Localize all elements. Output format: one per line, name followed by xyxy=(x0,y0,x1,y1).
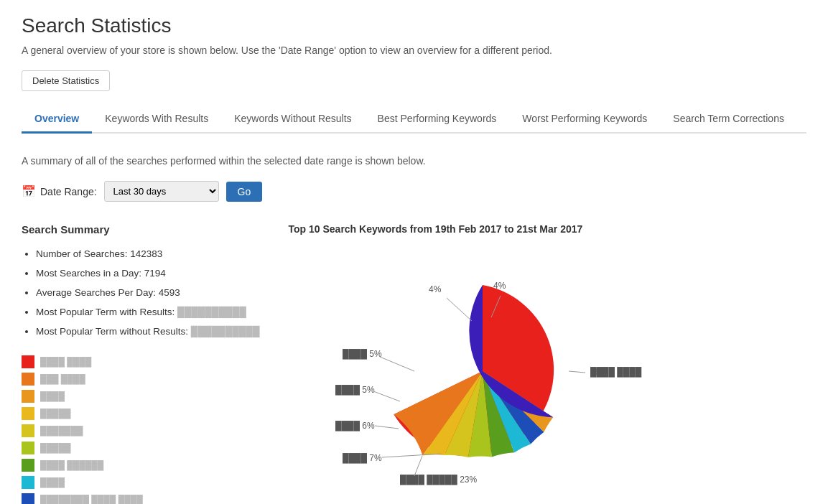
legend-item: ████ xyxy=(22,390,260,403)
legend-color-2 xyxy=(22,373,34,386)
legend-label-5: ███████ xyxy=(40,426,83,436)
legend-color-3 xyxy=(22,390,34,403)
legend-label-3: ████ xyxy=(40,391,65,401)
legend-color-5 xyxy=(22,424,34,437)
legend-item: ███ ████ xyxy=(22,373,260,386)
tab-worst-performing[interactable]: Worst Performing Keywords xyxy=(509,106,660,134)
legend-color-9 xyxy=(22,493,34,504)
go-button[interactable]: Go xyxy=(226,182,263,202)
date-range-select[interactable]: Last 30 days Last 7 days Last 90 days Th… xyxy=(104,181,219,202)
legend-item: ████████ ████ ████ xyxy=(22,493,260,504)
tab-bar: Overview Keywords With Results Keywords … xyxy=(22,106,806,134)
legend-item: █████ xyxy=(22,407,260,420)
svg-text:39%: 39% xyxy=(590,367,608,377)
legend-label-6: █████ xyxy=(40,443,71,453)
legend-label-2: ███ ████ xyxy=(40,374,85,384)
svg-text:████ 5%: ████ 5% xyxy=(335,385,375,396)
chart-wrapper: ████ ████ 39% ████ █████ 23% ████ 7% ███… xyxy=(289,249,648,495)
list-item: Most Searches in a Day: 7194 xyxy=(36,263,260,283)
svg-line-9 xyxy=(373,391,400,401)
legend-color-1 xyxy=(22,355,34,368)
svg-line-5 xyxy=(382,454,442,457)
svg-line-1 xyxy=(569,371,585,373)
content-area: Search Summary Number of Searches: 14238… xyxy=(22,223,806,504)
summary-text: A summary of all of the searches perform… xyxy=(22,155,806,167)
chart-title: Top 10 Search Keywords from 19th Feb 201… xyxy=(289,223,807,235)
tab-keywords-without-results[interactable]: Keywords Without Results xyxy=(221,106,364,134)
svg-text:████ 5%: ████ 5% xyxy=(343,349,382,360)
svg-line-13 xyxy=(447,298,472,321)
svg-line-11 xyxy=(380,357,414,371)
svg-text:4%: 4% xyxy=(429,284,442,294)
legend-label-9: ████████ ████ ████ xyxy=(40,495,143,504)
tab-best-performing[interactable]: Best Performing Keywords xyxy=(365,106,510,134)
svg-text:████ 7%: ████ 7% xyxy=(343,453,382,464)
svg-line-7 xyxy=(375,426,399,429)
search-summary-list: Number of Searches: 142383 Most Searches… xyxy=(22,244,260,341)
svg-text:████ 6%: ████ 6% xyxy=(335,421,375,431)
tab-keywords-with-results[interactable]: Keywords With Results xyxy=(92,106,221,134)
svg-text:4%: 4% xyxy=(493,281,506,291)
page-title: Search Statistics xyxy=(22,14,806,37)
delete-statistics-button[interactable]: Delete Statistics xyxy=(22,70,110,91)
legend-label-8: ████ xyxy=(40,477,65,487)
calendar-icon: 📅 xyxy=(22,185,36,198)
legend-item: ████ ██████ xyxy=(22,459,260,472)
svg-text:████ █████ 23%: ████ █████ 23% xyxy=(400,475,478,485)
list-item: Most Popular Term with Results: ████████… xyxy=(36,302,260,322)
legend-color-8 xyxy=(22,476,34,489)
legend-label-1: ████ ████ xyxy=(40,357,91,367)
left-panel: Search Summary Number of Searches: 14238… xyxy=(22,223,260,504)
pie-chart: ████ ████ 39% ████ █████ 23% ████ 7% ███… xyxy=(289,249,648,493)
list-item: Most Popular Term without Results: █████… xyxy=(36,322,260,341)
date-range-row: 📅 Date Range: Last 30 days Last 7 days L… xyxy=(22,181,806,202)
legend-color-6 xyxy=(22,442,34,454)
right-panel: Top 10 Search Keywords from 19th Feb 201… xyxy=(289,223,807,504)
tab-search-term-corrections[interactable]: Search Term Corrections xyxy=(660,106,797,134)
tab-overview[interactable]: Overview xyxy=(22,106,92,134)
legend-label-7: ████ ██████ xyxy=(40,460,103,470)
legend-item: ███████ xyxy=(22,424,260,437)
search-summary-title: Search Summary xyxy=(22,223,260,235)
page-subtitle: A general overview of your store is show… xyxy=(22,45,806,56)
legend-color-4 xyxy=(22,407,34,420)
legend-area: ████ ████ ███ ████ ████ █████ ███████ ██… xyxy=(22,355,260,504)
legend-item: █████ xyxy=(22,442,260,454)
list-item: Number of Searches: 142383 xyxy=(36,244,260,263)
list-item: Average Searches Per Day: 4593 xyxy=(36,283,260,302)
svg-line-3 xyxy=(414,456,422,476)
legend-color-7 xyxy=(22,459,34,472)
legend-item: ████ ████ xyxy=(22,355,260,368)
legend-label-4: █████ xyxy=(40,409,71,419)
legend-item: ████ xyxy=(22,476,260,489)
date-range-label: 📅 Date Range: xyxy=(22,185,97,198)
